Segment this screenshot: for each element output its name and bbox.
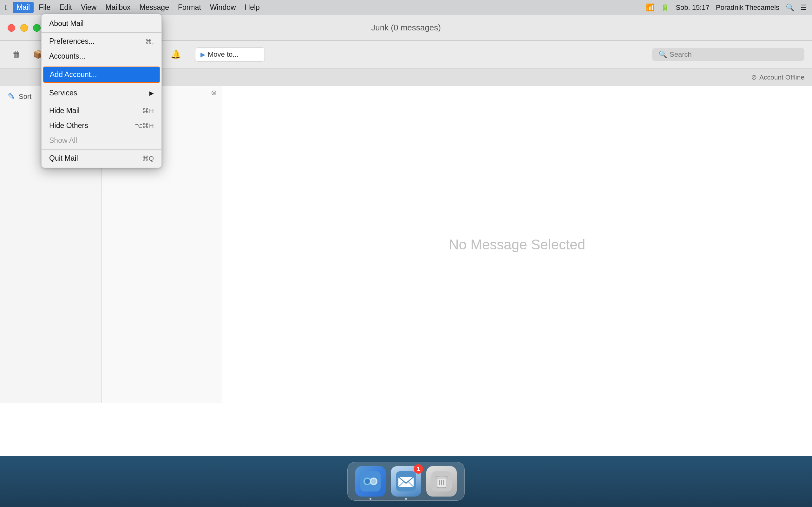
menu-item-preferences[interactable]: Preferences... ⌘, [42,34,161,49]
move-to-button[interactable]: ▶ Move to... [195,48,265,61]
menubar-item-message[interactable]: Message [136,2,173,13]
dock: 1 [347,462,465,501]
menubar-item-help[interactable]: Help [241,2,264,13]
filter-icon[interactable]: ⊜ [211,89,217,97]
menu-item-quit-mail-shortcut: ⌘Q [142,155,154,162]
offline-label: Account Offline [759,73,804,81]
menu-item-accounts-label: Accounts... [49,52,85,60]
mail-dropdown-menu: About Mail Preferences... ⌘, Accounts...… [41,14,162,168]
dock-item-trash[interactable] [426,466,457,497]
menubar-time: Sob. 15:17 [676,3,709,12]
toolbar-separator-3 [190,48,190,61]
fullscreen-button[interactable] [33,24,41,32]
window-controls [8,24,41,32]
menu-separator-5 [42,149,161,150]
menu-item-services-label: Services [49,89,77,97]
search-icon: 🔍 [658,50,667,59]
mail-icon [396,471,416,492]
account-offline-status: ⊘ Account Offline [751,73,804,81]
offline-icon: ⊘ [751,73,757,81]
search-input[interactable] [670,50,798,59]
menu-item-preferences-label: Preferences... [49,37,95,46]
move-to-label: Move to... [208,50,239,59]
menu-item-hide-others[interactable]: Hide Others ⌥⌘H [42,118,161,133]
menu-item-about-mail-label: About Mail [49,19,84,28]
menu-item-accounts[interactable]: Accounts... [42,49,161,64]
svg-rect-12 [439,475,444,477]
menu-item-hide-mail[interactable]: Hide Mail ⌘H [42,103,161,118]
menubar-user: Poradnik Thecamels [716,3,779,12]
menubar-wifi-icon: 📶 [646,3,654,12]
finder-dot [369,498,371,500]
menu-item-hide-others-shortcut: ⌥⌘H [135,122,154,130]
menu-item-show-all-label: Show All [49,136,77,145]
dock-item-finder[interactable] [355,466,386,497]
svg-point-4 [371,479,376,484]
menu-item-hide-mail-shortcut: ⌘H [142,107,154,115]
menu-item-about-mail[interactable]: About Mail [42,16,161,31]
window-title: Junk (0 messages) [371,23,441,33]
mail-badge: 1 [414,464,423,474]
sidebar-section-label: Sort [19,93,32,101]
menu-item-add-account-label: Add Account... [50,70,97,79]
menu-item-show-all: Show All [42,133,161,148]
menubar-search-icon[interactable]: 🔍 [786,3,794,12]
menubar-item-edit[interactable]: Edit [55,2,76,13]
dock-area: 1 [0,456,812,507]
menubar-item-window[interactable]: Window [206,2,240,13]
menubar-item-mail[interactable]: Mail [13,2,34,13]
menubar-right: 📶 🔋 Sob. 15:17 Poradnik Thecamels 🔍 ☰ [646,3,807,12]
menubar-items: Mail File Edit View Mailbox Message Form… [13,2,646,13]
menubar-item-format[interactable]: Format [174,2,205,13]
menubar-battery-icon: 🔋 [661,3,669,12]
arrow-right-icon: ▶ [200,51,205,58]
menu-item-hide-others-label: Hide Others [49,121,88,130]
minimize-button[interactable] [20,24,28,32]
menu-separator-3 [42,84,161,84]
mail-dot [405,498,407,500]
menubar-item-mailbox[interactable]: Mailbox [101,2,134,13]
bell-button[interactable]: 🔔 [167,46,185,63]
menu-item-quit-mail-label: Quit Mail [49,154,78,163]
menubar-item-view[interactable]: View [77,2,100,13]
menu-separator-1 [42,32,161,33]
sidebar-compose-icon[interactable]: ✎ [8,91,15,102]
menu-item-preferences-shortcut: ⌘, [145,38,154,45]
trash-button[interactable]: 🗑 [8,46,26,63]
submenu-arrow-icon: ▶ [149,90,154,97]
svg-point-3 [365,479,370,484]
menu-item-services[interactable]: Services ▶ [42,86,161,101]
trash-icon [432,471,452,492]
menu-separator-2 [42,65,161,65]
menu-item-quit-mail[interactable]: Quit Mail ⌘Q [42,151,161,166]
menu-item-add-account[interactable]: Add Account... [43,66,160,83]
search-bar[interactable]: 🔍 [652,48,804,61]
close-button[interactable] [8,24,15,32]
menubar:  Mail File Edit View Mailbox Message Fo… [0,0,812,15]
dock-item-mail[interactable]: 1 [391,466,421,497]
apple-menu-icon[interactable]:  [5,3,8,12]
menu-separator-4 [42,102,161,102]
no-message-label: No Message Selected [449,237,585,252]
finder-icon [360,471,380,492]
message-detail: No Message Selected [222,86,812,403]
menu-item-hide-mail-label: Hide Mail [49,107,80,115]
menubar-controlcenter-icon[interactable]: ☰ [801,3,807,12]
menubar-item-file[interactable]: File [35,2,54,13]
